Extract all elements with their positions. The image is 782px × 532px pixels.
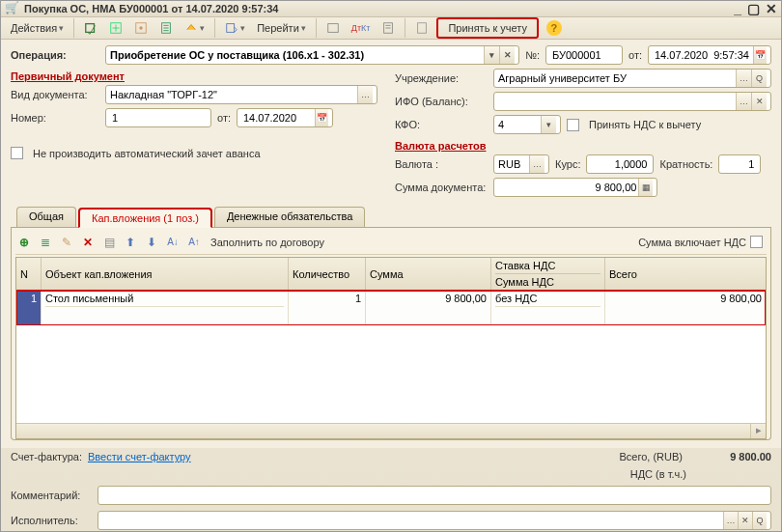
tb-icon-9[interactable] (411, 17, 433, 39)
comment-field[interactable] (98, 486, 771, 505)
tab-general[interactable]: Общая (16, 207, 76, 227)
clear-icon[interactable]: ✕ (738, 512, 752, 529)
doc-sum-field[interactable]: ▦ (493, 178, 657, 197)
performer-field[interactable]: … ✕ Q (98, 511, 771, 530)
tb-akkt[interactable]: ДтКт (348, 17, 375, 39)
doc-number-field[interactable] (545, 45, 623, 65)
mult-field[interactable] (718, 154, 761, 174)
kfo-field[interactable]: 4 ▾ (493, 115, 561, 134)
operation-field[interactable]: Приобретение ОС у поставщика (106.х1 - 3… (105, 45, 519, 65)
currency-label: Валюта : (395, 158, 488, 170)
copy-icon[interactable]: ▤ (100, 234, 118, 251)
prim-date-field[interactable]: 📅 (237, 108, 333, 127)
svg-rect-6 (328, 24, 339, 33)
open-icon[interactable]: Q (752, 512, 767, 529)
operation-label: Операция: (11, 49, 99, 61)
ellipsis-icon[interactable]: … (723, 512, 738, 529)
svg-rect-0 (86, 24, 95, 33)
col-object[interactable]: Объект кап.вложения (42, 258, 289, 290)
grid-scrollbar[interactable]: ▸ (16, 423, 766, 438)
col-vat[interactable]: Ставка НДС Сумма НДС (491, 258, 605, 290)
accept-button[interactable]: Принять к учету (436, 17, 539, 39)
col-total[interactable]: Всего (605, 258, 766, 290)
tb-icon-1[interactable] (80, 17, 101, 39)
open-icon[interactable]: Q (751, 70, 767, 87)
sum-includes-vat-label: Сумма включает НДС (638, 237, 746, 248)
svg-rect-5 (227, 24, 235, 33)
grid: N Объект кап.вложения Количество Сумма С… (15, 257, 767, 439)
clear-icon[interactable]: ✕ (499, 46, 515, 64)
ellipsis-icon[interactable]: … (736, 93, 751, 110)
currency-field[interactable]: RUB … (493, 154, 549, 174)
ellipsis-icon[interactable]: … (736, 70, 751, 87)
kfo-label: КФО: (395, 119, 488, 130)
tb-icon-2[interactable] (105, 17, 126, 39)
tb-icon-5[interactable] (181, 17, 209, 39)
rate-field[interactable] (586, 154, 654, 174)
svg-rect-8 (418, 23, 427, 34)
ifo-label: ИФО (Баланс): (395, 96, 488, 107)
edit-icon[interactable]: ✎ (58, 234, 75, 251)
app-icon: 🛒 (5, 1, 20, 16)
dropdown-icon[interactable]: ▾ (541, 116, 556, 133)
ifo-field[interactable]: … ✕ (493, 92, 771, 111)
tab-liabilities[interactable]: Денежные обязательства (214, 207, 365, 227)
fill-by-contract[interactable]: Заполнить по договору (210, 237, 324, 248)
tb-icon-4[interactable] (155, 17, 177, 39)
institution-field[interactable]: Аграрный университет БУ … Q (493, 69, 771, 88)
col-n[interactable]: N (16, 258, 42, 290)
down-icon[interactable]: ⬇ (143, 234, 160, 251)
sort-desc-icon[interactable]: A↑ (185, 234, 203, 251)
calc-icon[interactable]: ▦ (638, 179, 653, 196)
actions-menu[interactable]: Действия (7, 17, 68, 39)
tb-icon-6[interactable] (221, 17, 249, 39)
total-value: 9 800.00 (694, 451, 771, 462)
table-row[interactable]: 1 Стол письменный 1 9 800,00 без НДС 9 8… (16, 291, 766, 325)
invoice-row: Счет-фактура: Ввести счет-фактуру Всего,… (1, 451, 781, 462)
no-advance-checkbox[interactable] (11, 147, 23, 159)
go-menu[interactable]: Перейти (253, 17, 310, 39)
col-sum[interactable]: Сумма (366, 258, 491, 290)
tabs: Общая Кап.вложения (1 поз.) Денежные обя… (11, 207, 771, 228)
delete-icon[interactable]: ✕ (79, 234, 97, 251)
tb-icon-3[interactable] (130, 17, 152, 39)
add-icon[interactable]: ⊕ (15, 234, 33, 251)
main-toolbar: Действия Перейти ДтКт Принять к учету ? (1, 17, 781, 40)
help-icon[interactable]: ? (546, 20, 562, 36)
date-label: от: (628, 49, 642, 61)
svg-point-3 (139, 26, 143, 30)
invoice-label: Счет-фактура: (11, 451, 82, 462)
prim-date-label: от: (217, 112, 231, 124)
sort-asc-icon[interactable]: A↓ (164, 234, 182, 251)
maximize-button[interactable]: ▢ (747, 1, 760, 16)
sum-includes-vat-checkbox[interactable] (750, 236, 763, 248)
vat-total-label: НДС (в т.ч.) (630, 468, 686, 480)
grid-blank (16, 325, 766, 423)
cell-vat: без НДС (491, 291, 605, 325)
doc-date-field[interactable]: 📅 (648, 45, 771, 65)
close-button[interactable]: ✕ (766, 1, 777, 16)
doc-type-field[interactable]: Накладная "ТОРГ-12" … (105, 85, 377, 104)
invoice-link[interactable]: Ввести счет-фактуру (88, 451, 191, 462)
vat-deduct-checkbox[interactable] (567, 119, 579, 131)
cell-sum: 9 800,00 (366, 291, 491, 325)
no-advance-label: Не производить автоматический зачет аван… (33, 148, 261, 159)
ellipsis-icon[interactable]: … (529, 155, 545, 173)
tb-icon-7[interactable] (322, 17, 344, 39)
insert-icon[interactable]: ≣ (37, 234, 54, 251)
up-icon[interactable]: ⬆ (122, 234, 139, 251)
col-qty[interactable]: Количество (289, 258, 366, 290)
tb-icon-8[interactable] (377, 17, 399, 39)
doc-sum-label: Сумма документа: (395, 182, 488, 193)
mult-label: Кратность: (659, 158, 712, 170)
rate-label: Курс: (555, 158, 580, 170)
tab-capital[interactable]: Кап.вложения (1 поз.) (78, 208, 212, 228)
minimize-button[interactable]: _ (734, 1, 741, 16)
clear-icon[interactable]: ✕ (751, 93, 767, 110)
calendar-icon[interactable]: 📅 (753, 46, 767, 64)
tab-toolbar: ⊕ ≣ ✎ ✕ ▤ ⬆ ⬇ A↓ A↑ Заполнить по договор… (15, 232, 767, 255)
ellipsis-icon[interactable]: … (357, 86, 373, 103)
prim-number-field[interactable] (105, 108, 211, 127)
calendar-icon[interactable]: 📅 (315, 109, 328, 126)
dropdown-icon[interactable]: ▾ (484, 46, 499, 64)
